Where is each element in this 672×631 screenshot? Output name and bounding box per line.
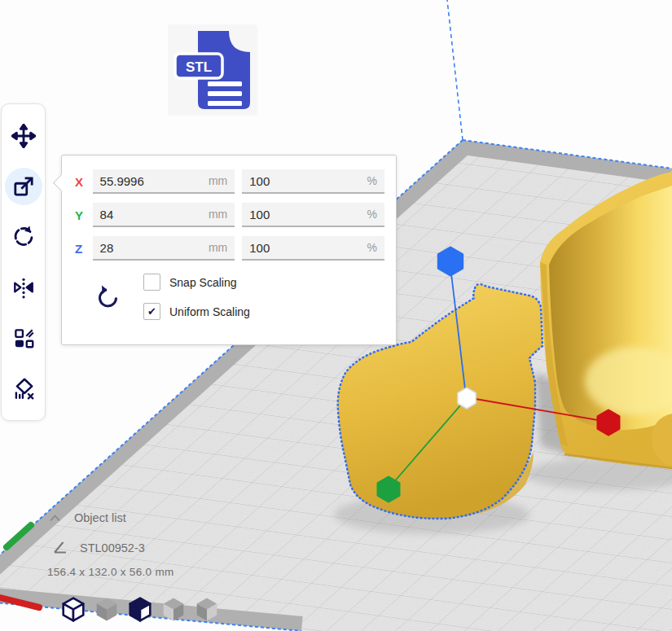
cura-3d-view: STL	[0, 0, 672, 631]
stl-file-icon: STL	[173, 29, 252, 111]
rotate-tool-button[interactable]	[5, 218, 42, 256]
object-list-header[interactable]: Object list	[49, 508, 174, 528]
unit-label: %	[367, 208, 377, 221]
scale-z-percent-input[interactable]: 100 %	[242, 236, 384, 261]
scale-tool-panel: X 55.9996 mm 100 % Y 84 mm 100 % Z	[61, 155, 397, 345]
scale-z-mm-input[interactable]: 28 mm	[93, 236, 235, 261]
scale-y-mm-input[interactable]: 84 mm	[93, 203, 235, 227]
view-right-button[interactable]	[195, 596, 218, 622]
support-blocker-icon	[11, 376, 36, 401]
chevron-up-icon	[49, 514, 61, 523]
scale-handle-z[interactable]	[438, 248, 462, 275]
unit-label: %	[367, 174, 377, 187]
scale-handle-x[interactable]	[598, 410, 619, 435]
rotate-icon	[11, 225, 36, 249]
scale-tool-button[interactable]	[5, 168, 42, 205]
scale-x-percent-input[interactable]: 100 %	[242, 169, 384, 194]
view-right-icon	[195, 597, 218, 622]
svg-text:STL: STL	[186, 59, 212, 75]
snap-scaling-option[interactable]: Snap Scaling	[143, 274, 250, 291]
mirror-tool-button[interactable]	[5, 269, 42, 306]
mirror-icon	[11, 275, 36, 300]
stl-file-thumbnail: STL	[168, 24, 257, 116]
view-3d-button[interactable]	[62, 596, 85, 622]
camera-view-buttons	[62, 596, 218, 622]
object-list-title: Object list	[74, 511, 126, 524]
axis-label-x: X	[73, 175, 93, 189]
scale-icon	[11, 174, 36, 199]
per-model-settings-icon	[11, 326, 36, 350]
scale-handle-y[interactable]	[378, 477, 399, 502]
view-front-icon	[95, 597, 118, 622]
reset-icon	[96, 284, 121, 310]
scale-row-z: Z 28 mm 100 %	[73, 236, 384, 261]
scale-row-y: Y 84 mm 100 %	[73, 203, 384, 227]
move-tool-button[interactable]	[5, 117, 42, 155]
uniform-scaling-checkbox[interactable]: ✔	[143, 303, 160, 320]
scale-row-x: X 55.9996 mm 100 %	[73, 169, 384, 194]
object-angle-icon	[52, 541, 68, 554]
unit-label: mm	[209, 241, 227, 254]
per-model-settings-tool-button[interactable]	[5, 319, 42, 357]
support-blocker-tool-button[interactable]	[5, 370, 42, 407]
view-left-button[interactable]	[162, 596, 185, 622]
view-3d-icon	[62, 597, 85, 622]
selected-model-dimensions: 156.4 x 132.0 x 56.0 mm	[47, 566, 174, 578]
view-top-icon	[129, 597, 152, 622]
object-list-item[interactable]: STL00952-3	[52, 541, 174, 554]
object-list-panel: Object list STL00952-3 156.4 x 132.0 x 5…	[49, 508, 174, 578]
reset-scale-button[interactable]	[73, 274, 143, 320]
unit-label: %	[367, 241, 377, 254]
view-top-button[interactable]	[129, 596, 152, 622]
axis-label-z: Z	[73, 242, 93, 256]
scale-y-percent-input[interactable]: 100 %	[242, 203, 384, 227]
axis-label-y: Y	[73, 208, 93, 222]
unit-label: mm	[209, 174, 227, 187]
scale-handle-center[interactable]	[458, 388, 477, 409]
move-icon	[11, 124, 36, 148]
unit-label: mm	[209, 208, 227, 221]
view-front-button[interactable]	[95, 596, 118, 622]
snap-scaling-label: Snap Scaling	[169, 276, 237, 289]
object-name: STL00952-3	[80, 541, 145, 554]
uniform-scaling-label: Uniform Scaling	[169, 305, 250, 318]
scale-x-mm-input[interactable]: 55.9996 mm	[93, 169, 235, 194]
view-left-icon	[162, 597, 185, 622]
tool-sidebar	[1, 103, 46, 421]
snap-scaling-checkbox[interactable]	[143, 274, 160, 291]
uniform-scaling-option[interactable]: ✔ Uniform Scaling	[143, 303, 250, 320]
